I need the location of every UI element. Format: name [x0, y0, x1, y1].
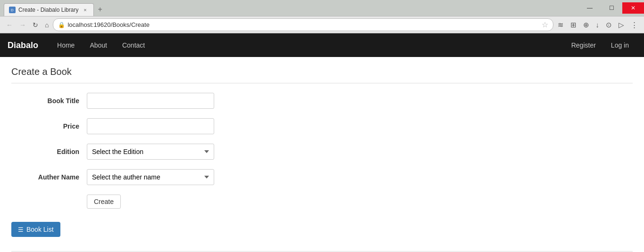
back-button[interactable]: ←: [4, 20, 15, 30]
maximize-button[interactable]: ☐: [601, 2, 622, 14]
navbar-link-about[interactable]: About: [82, 35, 115, 56]
window-controls: — ☐ ✕: [579, 2, 644, 14]
svg-text:D: D: [11, 8, 14, 12]
create-book-form: Book Title Price Edition Select the Edit…: [11, 93, 342, 209]
reload-button[interactable]: ↻: [30, 20, 41, 30]
author-select[interactable]: Select the auther name: [87, 169, 214, 185]
address-input[interactable]: [67, 21, 539, 28]
navbar-links: Home About Contact: [50, 35, 152, 56]
edition-select[interactable]: Select the Edition 1st Edition 2nd Editi…: [87, 144, 214, 160]
close-button[interactable]: ✕: [622, 2, 644, 14]
menu-button[interactable]: ⋮: [628, 19, 640, 31]
spark-button[interactable]: ≋: [555, 19, 566, 31]
divider: [11, 83, 633, 83]
browser-toolbar: ≋ ⊞ ⊕ ↓ ⊙ ▷ ⋮: [555, 19, 641, 31]
price-group: Price: [11, 118, 342, 134]
tab-favicon: D: [9, 7, 16, 13]
address-bar: 🔒 ☆: [53, 18, 553, 31]
book-list-button[interactable]: ☰ Book List: [11, 222, 60, 237]
navbar-link-contact[interactable]: Contact: [115, 35, 152, 56]
list-icon: ☰: [18, 226, 24, 233]
create-button[interactable]: Create: [87, 195, 121, 209]
create-group: Create: [11, 195, 342, 209]
home-button[interactable]: ⌂: [42, 20, 51, 30]
tab-title: Create - Diabalo Library: [18, 7, 78, 13]
page-title: Create a Book: [11, 66, 633, 77]
navbar-link-register[interactable]: Register: [564, 35, 603, 56]
navbar-link-login[interactable]: Log in: [603, 35, 636, 56]
forward-button[interactable]: →: [17, 20, 28, 30]
download-button[interactable]: ↓: [594, 19, 602, 30]
author-group: Auther Name Select the auther name: [11, 169, 342, 185]
new-tab-button[interactable]: +: [94, 3, 106, 16]
price-input[interactable]: [87, 118, 214, 134]
navbar: Diabalo Home About Contact Register Log …: [0, 33, 644, 57]
edition-group: Edition Select the Edition 1st Edition 2…: [11, 144, 342, 160]
main-content: Create a Book Book Title Price Edition S…: [0, 57, 644, 252]
navbar-brand[interactable]: Diabalo: [8, 41, 38, 50]
camera-button[interactable]: ⊙: [603, 19, 614, 31]
browser-tab[interactable]: D Create - Diabalo Library ×: [4, 3, 94, 16]
book-title-input[interactable]: [87, 93, 214, 109]
book-title-group: Book Title: [11, 93, 342, 109]
cast-button[interactable]: ▷: [616, 19, 627, 31]
edition-label: Edition: [11, 148, 87, 155]
book-title-label: Book Title: [11, 97, 87, 105]
lock-icon: 🔒: [58, 22, 65, 28]
globe-button[interactable]: ⊕: [581, 19, 592, 31]
tab-close-button[interactable]: ×: [81, 6, 89, 14]
price-label: Price: [11, 122, 87, 130]
navbar-right: Register Log in: [564, 35, 636, 56]
puzzle-button[interactable]: ⊞: [568, 19, 579, 31]
minimize-button[interactable]: —: [579, 2, 601, 14]
book-list-label: Book List: [26, 226, 54, 233]
bookmark-button[interactable]: ☆: [542, 20, 548, 29]
author-label: Auther Name: [11, 173, 87, 181]
navbar-link-home[interactable]: Home: [50, 35, 82, 56]
